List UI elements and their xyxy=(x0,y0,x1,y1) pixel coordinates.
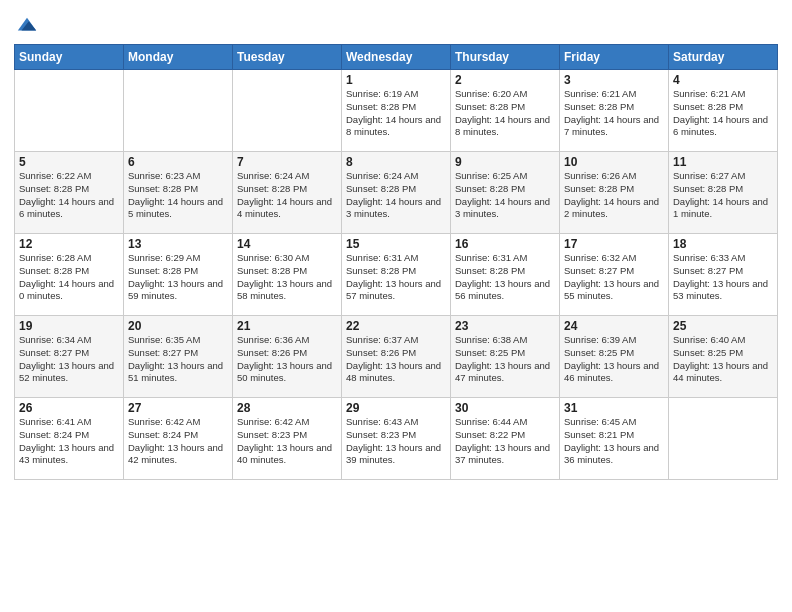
day-info: Sunrise: 6:29 AM Sunset: 8:28 PM Dayligh… xyxy=(128,252,228,303)
day-info: Sunrise: 6:24 AM Sunset: 8:28 PM Dayligh… xyxy=(346,170,446,221)
calendar-cell: 15Sunrise: 6:31 AM Sunset: 8:28 PM Dayli… xyxy=(342,234,451,316)
calendar-cell: 11Sunrise: 6:27 AM Sunset: 8:28 PM Dayli… xyxy=(669,152,778,234)
calendar-cell: 5Sunrise: 6:22 AM Sunset: 8:28 PM Daylig… xyxy=(15,152,124,234)
day-info: Sunrise: 6:34 AM Sunset: 8:27 PM Dayligh… xyxy=(19,334,119,385)
day-number: 18 xyxy=(673,237,773,251)
header xyxy=(14,10,778,36)
day-number: 14 xyxy=(237,237,337,251)
day-info: Sunrise: 6:21 AM Sunset: 8:28 PM Dayligh… xyxy=(673,88,773,139)
calendar-week-5: 26Sunrise: 6:41 AM Sunset: 8:24 PM Dayli… xyxy=(15,398,778,480)
day-info: Sunrise: 6:40 AM Sunset: 8:25 PM Dayligh… xyxy=(673,334,773,385)
day-info: Sunrise: 6:22 AM Sunset: 8:28 PM Dayligh… xyxy=(19,170,119,221)
calendar-cell: 18Sunrise: 6:33 AM Sunset: 8:27 PM Dayli… xyxy=(669,234,778,316)
calendar-cell: 23Sunrise: 6:38 AM Sunset: 8:25 PM Dayli… xyxy=(451,316,560,398)
day-info: Sunrise: 6:42 AM Sunset: 8:24 PM Dayligh… xyxy=(128,416,228,467)
day-info: Sunrise: 6:19 AM Sunset: 8:28 PM Dayligh… xyxy=(346,88,446,139)
day-number: 16 xyxy=(455,237,555,251)
day-info: Sunrise: 6:35 AM Sunset: 8:27 PM Dayligh… xyxy=(128,334,228,385)
day-number: 19 xyxy=(19,319,119,333)
day-number: 1 xyxy=(346,73,446,87)
weekday-thursday: Thursday xyxy=(451,45,560,70)
day-info: Sunrise: 6:38 AM Sunset: 8:25 PM Dayligh… xyxy=(455,334,555,385)
day-info: Sunrise: 6:42 AM Sunset: 8:23 PM Dayligh… xyxy=(237,416,337,467)
day-info: Sunrise: 6:26 AM Sunset: 8:28 PM Dayligh… xyxy=(564,170,664,221)
page: SundayMondayTuesdayWednesdayThursdayFrid… xyxy=(0,0,792,612)
day-number: 21 xyxy=(237,319,337,333)
calendar-cell: 21Sunrise: 6:36 AM Sunset: 8:26 PM Dayli… xyxy=(233,316,342,398)
day-number: 26 xyxy=(19,401,119,415)
calendar-cell: 12Sunrise: 6:28 AM Sunset: 8:28 PM Dayli… xyxy=(15,234,124,316)
calendar-cell: 24Sunrise: 6:39 AM Sunset: 8:25 PM Dayli… xyxy=(560,316,669,398)
calendar-cell: 16Sunrise: 6:31 AM Sunset: 8:28 PM Dayli… xyxy=(451,234,560,316)
calendar-week-1: 1Sunrise: 6:19 AM Sunset: 8:28 PM Daylig… xyxy=(15,70,778,152)
day-info: Sunrise: 6:21 AM Sunset: 8:28 PM Dayligh… xyxy=(564,88,664,139)
calendar-cell: 13Sunrise: 6:29 AM Sunset: 8:28 PM Dayli… xyxy=(124,234,233,316)
calendar-cell: 1Sunrise: 6:19 AM Sunset: 8:28 PM Daylig… xyxy=(342,70,451,152)
day-number: 24 xyxy=(564,319,664,333)
day-number: 12 xyxy=(19,237,119,251)
weekday-monday: Monday xyxy=(124,45,233,70)
day-number: 6 xyxy=(128,155,228,169)
day-number: 3 xyxy=(564,73,664,87)
day-number: 10 xyxy=(564,155,664,169)
calendar-cell: 26Sunrise: 6:41 AM Sunset: 8:24 PM Dayli… xyxy=(15,398,124,480)
weekday-saturday: Saturday xyxy=(669,45,778,70)
day-number: 5 xyxy=(19,155,119,169)
day-info: Sunrise: 6:37 AM Sunset: 8:26 PM Dayligh… xyxy=(346,334,446,385)
calendar-cell xyxy=(15,70,124,152)
logo xyxy=(14,14,38,36)
day-number: 13 xyxy=(128,237,228,251)
calendar-cell: 17Sunrise: 6:32 AM Sunset: 8:27 PM Dayli… xyxy=(560,234,669,316)
day-info: Sunrise: 6:28 AM Sunset: 8:28 PM Dayligh… xyxy=(19,252,119,303)
calendar-cell: 9Sunrise: 6:25 AM Sunset: 8:28 PM Daylig… xyxy=(451,152,560,234)
calendar-cell xyxy=(124,70,233,152)
day-number: 17 xyxy=(564,237,664,251)
day-info: Sunrise: 6:20 AM Sunset: 8:28 PM Dayligh… xyxy=(455,88,555,139)
calendar-cell: 29Sunrise: 6:43 AM Sunset: 8:23 PM Dayli… xyxy=(342,398,451,480)
calendar-cell: 19Sunrise: 6:34 AM Sunset: 8:27 PM Dayli… xyxy=(15,316,124,398)
calendar-week-3: 12Sunrise: 6:28 AM Sunset: 8:28 PM Dayli… xyxy=(15,234,778,316)
weekday-header-row: SundayMondayTuesdayWednesdayThursdayFrid… xyxy=(15,45,778,70)
day-info: Sunrise: 6:23 AM Sunset: 8:28 PM Dayligh… xyxy=(128,170,228,221)
day-number: 25 xyxy=(673,319,773,333)
calendar-cell: 3Sunrise: 6:21 AM Sunset: 8:28 PM Daylig… xyxy=(560,70,669,152)
calendar-cell: 7Sunrise: 6:24 AM Sunset: 8:28 PM Daylig… xyxy=(233,152,342,234)
day-number: 28 xyxy=(237,401,337,415)
day-number: 9 xyxy=(455,155,555,169)
calendar-cell: 4Sunrise: 6:21 AM Sunset: 8:28 PM Daylig… xyxy=(669,70,778,152)
day-info: Sunrise: 6:30 AM Sunset: 8:28 PM Dayligh… xyxy=(237,252,337,303)
calendar-cell: 8Sunrise: 6:24 AM Sunset: 8:28 PM Daylig… xyxy=(342,152,451,234)
day-number: 20 xyxy=(128,319,228,333)
calendar-cell xyxy=(233,70,342,152)
day-number: 30 xyxy=(455,401,555,415)
calendar-cell: 27Sunrise: 6:42 AM Sunset: 8:24 PM Dayli… xyxy=(124,398,233,480)
day-info: Sunrise: 6:43 AM Sunset: 8:23 PM Dayligh… xyxy=(346,416,446,467)
calendar-cell: 28Sunrise: 6:42 AM Sunset: 8:23 PM Dayli… xyxy=(233,398,342,480)
day-info: Sunrise: 6:31 AM Sunset: 8:28 PM Dayligh… xyxy=(346,252,446,303)
day-number: 7 xyxy=(237,155,337,169)
day-number: 27 xyxy=(128,401,228,415)
calendar-cell: 31Sunrise: 6:45 AM Sunset: 8:21 PM Dayli… xyxy=(560,398,669,480)
calendar-cell: 6Sunrise: 6:23 AM Sunset: 8:28 PM Daylig… xyxy=(124,152,233,234)
day-info: Sunrise: 6:44 AM Sunset: 8:22 PM Dayligh… xyxy=(455,416,555,467)
calendar-cell: 2Sunrise: 6:20 AM Sunset: 8:28 PM Daylig… xyxy=(451,70,560,152)
calendar-week-2: 5Sunrise: 6:22 AM Sunset: 8:28 PM Daylig… xyxy=(15,152,778,234)
day-info: Sunrise: 6:24 AM Sunset: 8:28 PM Dayligh… xyxy=(237,170,337,221)
logo-icon xyxy=(16,14,38,36)
calendar-cell: 22Sunrise: 6:37 AM Sunset: 8:26 PM Dayli… xyxy=(342,316,451,398)
calendar-cell: 10Sunrise: 6:26 AM Sunset: 8:28 PM Dayli… xyxy=(560,152,669,234)
day-info: Sunrise: 6:39 AM Sunset: 8:25 PM Dayligh… xyxy=(564,334,664,385)
weekday-tuesday: Tuesday xyxy=(233,45,342,70)
calendar-cell: 30Sunrise: 6:44 AM Sunset: 8:22 PM Dayli… xyxy=(451,398,560,480)
calendar-cell: 25Sunrise: 6:40 AM Sunset: 8:25 PM Dayli… xyxy=(669,316,778,398)
day-number: 29 xyxy=(346,401,446,415)
calendar-cell: 14Sunrise: 6:30 AM Sunset: 8:28 PM Dayli… xyxy=(233,234,342,316)
weekday-wednesday: Wednesday xyxy=(342,45,451,70)
day-number: 8 xyxy=(346,155,446,169)
calendar-week-4: 19Sunrise: 6:34 AM Sunset: 8:27 PM Dayli… xyxy=(15,316,778,398)
day-info: Sunrise: 6:36 AM Sunset: 8:26 PM Dayligh… xyxy=(237,334,337,385)
day-number: 11 xyxy=(673,155,773,169)
day-number: 23 xyxy=(455,319,555,333)
day-number: 22 xyxy=(346,319,446,333)
day-info: Sunrise: 6:33 AM Sunset: 8:27 PM Dayligh… xyxy=(673,252,773,303)
